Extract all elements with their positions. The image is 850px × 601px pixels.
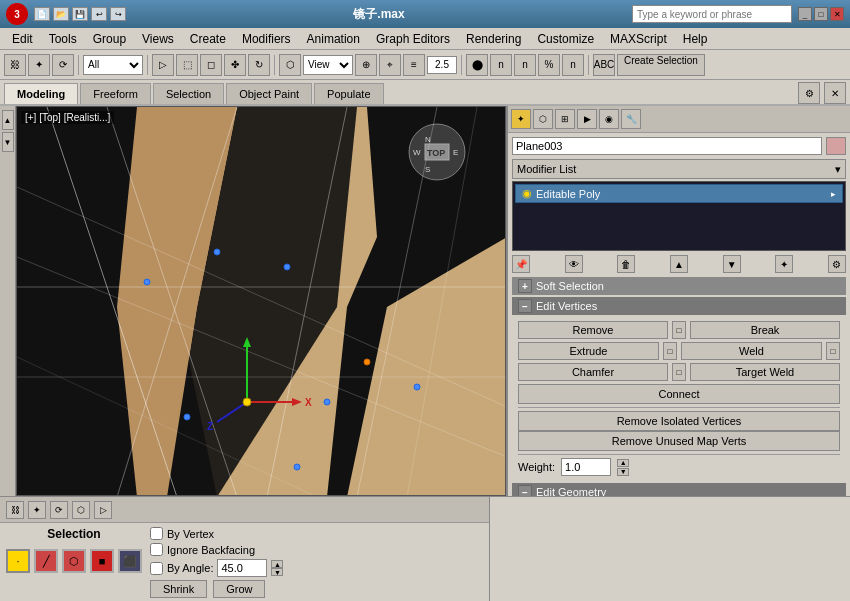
connect-btn[interactable]: Connect [518, 384, 840, 404]
panel-icon-display[interactable]: ◉ [599, 109, 619, 129]
open-file-icon[interactable]: 📂 [53, 7, 69, 21]
grow-btn[interactable]: Grow [213, 580, 265, 598]
layer-btn[interactable]: ⬤ [466, 54, 488, 76]
remove-btn[interactable]: Remove [518, 321, 668, 339]
tab-freeform[interactable]: Freeform [80, 83, 151, 104]
new-file-icon[interactable]: 📄 [34, 7, 50, 21]
menu-customize[interactable]: Customize [529, 30, 602, 48]
by-vertex-checkbox[interactable] [150, 527, 163, 540]
align-btn[interactable]: ≡ [403, 54, 425, 76]
percent-input[interactable]: 2.5 [427, 56, 457, 74]
tab-selection[interactable]: Selection [153, 83, 224, 104]
remove-unused-btn[interactable]: Remove Unused Map Verts [518, 431, 840, 451]
menu-group[interactable]: Group [85, 30, 134, 48]
mp-icon-2[interactable]: ✦ [28, 501, 46, 519]
mirror-btn[interactable]: ⌖ [379, 54, 401, 76]
tab-populate[interactable]: Populate [314, 83, 383, 104]
edit-vertices-header[interactable]: − Edit Vertices [512, 297, 846, 315]
mod-delete-btn[interactable]: 🗑 [617, 255, 635, 273]
save-file-icon[interactable]: 💾 [72, 7, 88, 21]
view-select[interactable]: View [303, 55, 353, 75]
weight-input[interactable] [561, 458, 611, 476]
angle-up-btn[interactable]: ▲ [271, 560, 283, 568]
weight-down-btn[interactable]: ▼ [617, 468, 629, 476]
soft-selection-header[interactable]: + Soft Selection [512, 277, 846, 295]
pivot-btn[interactable]: ⊕ [355, 54, 377, 76]
modifier-options-btn[interactable]: ▸ [831, 189, 836, 199]
mp-icon-5[interactable]: ▷ [94, 501, 112, 519]
tab-object-paint[interactable]: Object Paint [226, 83, 312, 104]
menu-maxscript[interactable]: MAXScript [602, 30, 675, 48]
select-tool-btn[interactable]: ⛓ [4, 54, 26, 76]
object-color-swatch[interactable] [826, 137, 846, 155]
file-icons[interactable]: 📄 📂 💾 ↩ ↪ [34, 7, 126, 21]
sel-poly-icon[interactable]: ■ [90, 549, 114, 573]
search-input[interactable] [637, 9, 787, 20]
mod-config-btn[interactable]: ⚙ [828, 255, 846, 273]
panel-icon-motion[interactable]: ▶ [577, 109, 597, 129]
menu-create[interactable]: Create [182, 30, 234, 48]
material-btn[interactable]: n [562, 54, 584, 76]
filter-select[interactable]: All [83, 55, 143, 75]
mod-pin-btn[interactable]: 📌 [512, 255, 530, 273]
weight-up-btn[interactable]: ▲ [617, 459, 629, 467]
maximize-btn[interactable]: □ [814, 7, 828, 21]
menu-views[interactable]: Views [134, 30, 182, 48]
sidebar-arrow-down[interactable]: ▼ [2, 132, 14, 152]
sel-element-icon[interactable]: ⬛ [118, 549, 142, 573]
schematic-btn[interactable]: % [538, 54, 560, 76]
sel-vertex-icon[interactable]: · [6, 549, 30, 573]
panel-icon-hierarchy[interactable]: ⊞ [555, 109, 575, 129]
extrude-check-btn[interactable]: □ [663, 342, 677, 360]
menu-help[interactable]: Help [675, 30, 716, 48]
angle-down-btn[interactable]: ▼ [271, 568, 283, 576]
mod-up-btn[interactable]: ▲ [670, 255, 688, 273]
menu-rendering[interactable]: Rendering [458, 30, 529, 48]
track-view-btn[interactable]: n [490, 54, 512, 76]
menu-edit[interactable]: Edit [4, 30, 41, 48]
render-type-btn[interactable]: ABC [593, 54, 615, 76]
modifier-editable-poly[interactable]: ◉ Editable Poly ▸ [515, 184, 843, 203]
break-btn[interactable]: Break [690, 321, 840, 339]
by-angle-input[interactable] [217, 559, 267, 577]
tab-modeling[interactable]: Modeling [4, 83, 78, 104]
tab-settings-btn[interactable]: ⚙ [798, 82, 820, 104]
menu-animation[interactable]: Animation [299, 30, 368, 48]
edit-geometry-header[interactable]: − Edit Geometry [512, 483, 846, 496]
search-box[interactable] [632, 5, 792, 23]
remove-isolated-btn[interactable]: Remove Isolated Vertices [518, 411, 840, 431]
tab-close-btn[interactable]: ✕ [824, 82, 846, 104]
rotate-tool-btn[interactable]: ⟳ [52, 54, 74, 76]
redo-icon[interactable]: ↪ [110, 7, 126, 21]
lasso-btn[interactable]: ◻ [200, 54, 222, 76]
menu-graph-editors[interactable]: Graph Editors [368, 30, 458, 48]
undo-icon[interactable]: ↩ [91, 7, 107, 21]
scale-btn[interactable]: ⬡ [279, 54, 301, 76]
ignore-backfacing-checkbox[interactable] [150, 543, 163, 556]
minimize-btn[interactable]: _ [798, 7, 812, 21]
create-selection-btn[interactable]: Create Selection [617, 54, 705, 76]
mp-icon-3[interactable]: ⟳ [50, 501, 68, 519]
select-btn[interactable]: ▷ [152, 54, 174, 76]
panel-icon-create[interactable]: ✦ [511, 109, 531, 129]
close-btn[interactable]: ✕ [830, 7, 844, 21]
mod-show-btn[interactable]: 👁 [565, 255, 583, 273]
sidebar-arrow-up[interactable]: ▲ [2, 110, 14, 130]
chamfer-check-btn[interactable]: □ [672, 363, 686, 381]
mp-icon-1[interactable]: ⛓ [6, 501, 24, 519]
edit-geometry-toggle[interactable]: − [518, 485, 532, 496]
soft-selection-toggle[interactable]: + [518, 279, 532, 293]
rotate-btn[interactable]: ↻ [248, 54, 270, 76]
chamfer-btn[interactable]: Chamfer [518, 363, 668, 381]
panel-icon-utilities[interactable]: 🔧 [621, 109, 641, 129]
mp-icon-4[interactable]: ⬡ [72, 501, 90, 519]
sel-border-icon[interactable]: ⬡ [62, 549, 86, 573]
menu-tools[interactable]: Tools [41, 30, 85, 48]
weld-check-btn[interactable]: □ [826, 342, 840, 360]
curve-btn[interactable]: n [514, 54, 536, 76]
edit-vertices-toggle[interactable]: − [518, 299, 532, 313]
remove-check-btn[interactable]: □ [672, 321, 686, 339]
mod-down-btn[interactable]: ▼ [723, 255, 741, 273]
menu-modifiers[interactable]: Modifiers [234, 30, 299, 48]
object-name-input[interactable] [512, 137, 822, 155]
